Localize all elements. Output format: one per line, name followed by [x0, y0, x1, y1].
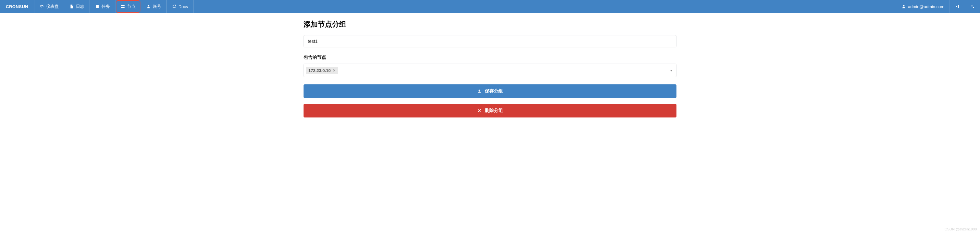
- nav-logout[interactable]: [950, 0, 965, 13]
- chevron-down-icon[interactable]: ▾: [670, 69, 672, 73]
- nav-dashboard[interactable]: 仪表盘: [34, 0, 64, 13]
- external-link-icon: [172, 4, 177, 9]
- nodes-multiselect[interactable]: 172.23.0.10 ✕ ▾: [304, 64, 676, 77]
- svg-rect-1: [121, 7, 125, 8]
- calendar-icon: [95, 4, 100, 9]
- nav-right: admin@admin.com: [896, 0, 980, 13]
- delete-label: 删除分组: [485, 108, 503, 113]
- svg-rect-0: [121, 5, 125, 6]
- group-name-input[interactable]: [304, 35, 676, 47]
- svg-point-5: [973, 7, 974, 8]
- selected-node-label: 172.23.0.10: [309, 68, 331, 73]
- server-icon: [121, 4, 125, 9]
- nav-label: 仪表盘: [46, 3, 59, 10]
- remove-tag-icon[interactable]: ✕: [333, 69, 336, 73]
- upload-icon: [477, 89, 482, 93]
- text-cursor: [341, 67, 341, 73]
- nav-job[interactable]: 任务: [90, 0, 115, 13]
- selected-node-tag[interactable]: 172.23.0.10 ✕: [306, 67, 338, 74]
- user-email: admin@admin.com: [908, 4, 944, 9]
- nodes-label: 包含的节点: [304, 54, 676, 61]
- save-group-button[interactable]: 保存分组: [304, 85, 676, 98]
- main-container: 添加节点分组 包含的节点 172.23.0.10 ✕ ▾ 保存分组 删除分组: [300, 13, 680, 136]
- nav-account[interactable]: 账号: [141, 0, 167, 13]
- save-label: 保存分组: [485, 88, 503, 94]
- file-icon: [69, 4, 74, 9]
- nav-settings[interactable]: [965, 0, 980, 13]
- delete-group-button[interactable]: 删除分组: [304, 104, 676, 118]
- nav-docs[interactable]: Docs: [167, 0, 194, 13]
- svg-point-3: [903, 5, 904, 6]
- close-icon: [477, 109, 482, 113]
- nav-label: Docs: [178, 4, 188, 9]
- nav-node[interactable]: 节点: [115, 0, 141, 13]
- nav-label: 日志: [76, 3, 84, 10]
- nav-label: 节点: [127, 3, 135, 10]
- svg-point-2: [148, 5, 150, 6]
- gears-icon: [970, 4, 975, 9]
- nav-log[interactable]: 日志: [64, 0, 90, 13]
- nav-label: 任务: [102, 3, 110, 10]
- user-icon: [146, 4, 151, 9]
- brand[interactable]: CRONSUN: [0, 0, 34, 13]
- nav-spacer: [194, 0, 896, 13]
- nav-user[interactable]: admin@admin.com: [896, 0, 950, 13]
- logout-icon: [955, 4, 959, 9]
- page-title: 添加节点分组: [304, 19, 676, 29]
- navbar: CRONSUN 仪表盘 日志 任务 节点 账号 Docs admin@admin…: [0, 0, 980, 13]
- nav-label: 账号: [153, 3, 161, 10]
- user-icon: [902, 4, 906, 9]
- svg-point-4: [972, 5, 973, 7]
- dashboard-icon: [40, 4, 44, 9]
